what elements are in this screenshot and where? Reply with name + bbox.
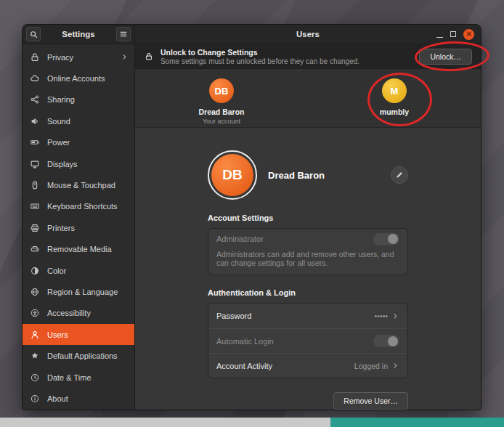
- privacy-lock-icon: [30, 52, 41, 62]
- sidebar-item-label: Displays: [47, 160, 78, 168]
- account-activity-row[interactable]: Account Activity Logged in: [208, 353, 407, 378]
- cloud-icon: [30, 73, 41, 84]
- clock-icon: [30, 372, 41, 383]
- sidebar-item-date-time[interactable]: Date & Time: [23, 367, 134, 388]
- unlock-button[interactable]: Unlock…: [419, 49, 472, 65]
- carousel-user-dread-baron[interactable]: DB Dread Baron Your account: [182, 78, 261, 127]
- sidebar-item-mouse-touchpad[interactable]: Mouse & Touchpad: [23, 174, 134, 195]
- unlock-subtitle: Some settings must be unlocked before th…: [160, 57, 359, 65]
- sidebar-item-removable-media[interactable]: Removable Media: [23, 239, 134, 260]
- sidebar-item-label: Power: [47, 138, 70, 147]
- unlock-title: Unlock to Change Settings: [160, 48, 359, 57]
- minimize-button[interactable]: [436, 31, 443, 38]
- profile-avatar[interactable]: DB: [211, 154, 253, 196]
- carousel-user-subtitle: Your account: [203, 118, 240, 125]
- desktop-background: Settings Users: [0, 0, 504, 427]
- carousel-user-name: Dread Baron: [198, 107, 244, 116]
- maximize-button[interactable]: [450, 31, 456, 37]
- profile-name: Dread Baron: [268, 170, 325, 181]
- unlock-text: Unlock to Change Settings Some settings …: [160, 48, 359, 65]
- sidebar: Privacy Online Accounts Sharing Sound: [23, 44, 135, 410]
- color-icon: [30, 265, 41, 276]
- search-button[interactable]: [26, 27, 41, 41]
- sidebar-item-label: Printers: [47, 224, 75, 232]
- avatar: DB: [209, 78, 234, 103]
- chevron-right-icon: [121, 53, 129, 61]
- titlebar-right: Users: [135, 25, 481, 44]
- sidebar-item-label: Privacy: [47, 53, 73, 62]
- menu-button[interactable]: [116, 27, 131, 41]
- profile-row: DB Dread Baron: [208, 150, 408, 200]
- automatic-login-label: Automatic Login: [216, 337, 274, 346]
- avatar: M: [382, 78, 407, 103]
- keyboard-icon: [30, 201, 41, 212]
- sidebar-item-about[interactable]: About: [23, 388, 134, 409]
- chevron-right-icon: [391, 312, 399, 320]
- account-activity-label: Account Activity: [216, 362, 272, 370]
- settings-window: Settings Users: [22, 24, 481, 410]
- sidebar-item-color[interactable]: Color: [23, 260, 134, 281]
- sidebar-item-label: Date & Time: [47, 373, 92, 382]
- bottom-bar-teal-segment: [330, 418, 504, 427]
- remove-user-button[interactable]: Remove User…: [333, 392, 408, 410]
- sidebar-item-accessibility[interactable]: Accessibility: [23, 303, 134, 324]
- password-row[interactable]: Password •••••: [208, 304, 407, 328]
- administrator-toggle[interactable]: [373, 233, 399, 245]
- page-title: Users: [135, 30, 481, 38]
- administrator-row: Administrator: [208, 229, 407, 249]
- lock-icon: [144, 52, 154, 62]
- password-value: •••••: [375, 312, 388, 320]
- automatic-login-toggle[interactable]: [373, 335, 399, 347]
- search-icon: [29, 30, 38, 39]
- sidebar-item-users[interactable]: Users: [23, 324, 134, 345]
- sidebar-item-label: Default Applications: [47, 351, 118, 360]
- monitor-icon: [30, 158, 41, 169]
- carousel-user-mumbly[interactable]: M mumbly: [354, 78, 434, 127]
- sidebar-item-privacy[interactable]: Privacy: [23, 46, 134, 68]
- info-icon: [30, 393, 41, 404]
- auth-login-card: Password ••••• Automatic Login: [208, 303, 408, 378]
- sidebar-item-default-applications[interactable]: Default Applications: [23, 345, 134, 366]
- account-activity-value: Logged in: [354, 362, 388, 370]
- user-carousel: DB Dread Baron Your account M mumbly: [135, 69, 481, 128]
- globe-icon: [30, 286, 41, 297]
- close-button[interactable]: [463, 29, 474, 40]
- speaker-icon: [30, 115, 41, 126]
- sidebar-item-label: Keyboard Shortcuts: [47, 202, 118, 211]
- sidebar-item-printers[interactable]: Printers: [23, 217, 134, 238]
- sidebar-item-sharing[interactable]: Sharing: [23, 89, 134, 110]
- account-settings-heading: Account Settings: [208, 214, 408, 222]
- titlebar: Settings Users: [23, 25, 481, 44]
- window-controls: [436, 29, 481, 40]
- sidebar-item-label: About: [47, 394, 68, 403]
- chevron-right-icon: [391, 362, 399, 370]
- sidebar-item-displays[interactable]: Displays: [23, 153, 134, 174]
- pencil-icon: [395, 171, 404, 179]
- password-label: Password: [216, 312, 251, 320]
- sidebar-item-sound[interactable]: Sound: [23, 110, 134, 131]
- sidebar-item-label: Color: [47, 267, 66, 275]
- settings-window-title: Settings: [41, 30, 116, 38]
- sidebar-item-label: Region & Language: [47, 288, 118, 296]
- sidebar-item-label: Online Accounts: [47, 74, 105, 83]
- mouse-icon: [30, 180, 41, 191]
- sidebar-item-region-language[interactable]: Region & Language: [23, 281, 134, 302]
- automatic-login-row: Automatic Login: [208, 328, 407, 353]
- users-panel: Unlock to Change Settings Some settings …: [135, 44, 481, 410]
- administrator-label: Administrator: [216, 235, 264, 243]
- unlock-banner: Unlock to Change Settings Some settings …: [135, 44, 481, 69]
- edit-name-button[interactable]: [391, 166, 408, 184]
- sidebar-item-label: Accessibility: [47, 309, 91, 317]
- sidebar-item-power[interactable]: Power: [23, 132, 134, 153]
- sidebar-item-label: Sound: [47, 117, 70, 126]
- profile-avatar-ring: DB: [208, 150, 257, 200]
- sidebar-item-label: Mouse & Touchpad: [47, 181, 115, 190]
- sidebar-item-label: Removable Media: [47, 245, 112, 253]
- sidebar-item-label: Users: [47, 330, 68, 339]
- carousel-user-name: mumbly: [380, 107, 409, 116]
- sidebar-item-label: Sharing: [47, 95, 75, 104]
- sidebar-item-online-accounts[interactable]: Online Accounts: [23, 68, 134, 89]
- hamburger-icon: [119, 30, 128, 38]
- titlebar-left: Settings: [23, 25, 135, 44]
- sidebar-item-keyboard-shortcuts[interactable]: Keyboard Shortcuts: [23, 196, 134, 217]
